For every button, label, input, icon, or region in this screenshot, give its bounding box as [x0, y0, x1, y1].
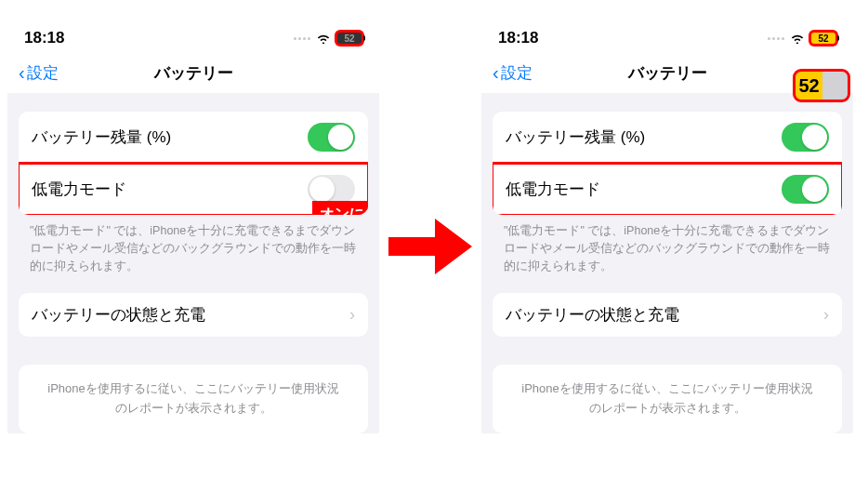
row-label: バッテリー残量 (%) [506, 126, 645, 148]
low-power-row[interactable]: 低電力モード [493, 164, 842, 215]
low-power-footer: "低電力モード" では、iPhoneを十分に充電できるまでダウンロードやメール受… [481, 215, 853, 274]
battery-enlarged: 52 [796, 72, 848, 100]
battery-health-row[interactable]: バッテリーの状態と充電 › [493, 293, 842, 337]
low-power-toggle[interactable] [782, 175, 829, 204]
back-label: 設定 [501, 62, 533, 84]
row-label: 低電力モード [32, 179, 126, 200]
battery-percent-row[interactable]: バッテリー残量 (%) [493, 112, 842, 164]
back-label: 設定 [27, 62, 59, 84]
arrow-icon [388, 214, 472, 279]
back-button[interactable]: ‹ 設定 [19, 62, 59, 84]
status-time: 18:18 [498, 29, 538, 47]
phone-after: 18:18 52 ‹ 設定 バッテリー 52 バッテ [481, 21, 853, 433]
settings-group-1: バッテリー残量 (%) 低電力モード オンに [19, 112, 368, 215]
chevron-left-icon: ‹ [19, 62, 25, 84]
chevron-left-icon: ‹ [493, 62, 499, 84]
chevron-right-icon: › [823, 305, 829, 325]
battery-enlarged-value: 52 [798, 75, 819, 97]
chevron-right-icon: › [349, 305, 355, 325]
row-label: 低電力モード [506, 179, 600, 200]
recording-dots [768, 37, 784, 40]
settings-group-2: バッテリーの状態と充電 › [19, 293, 368, 337]
status-icons: 52 [768, 31, 836, 47]
content: バッテリー残量 (%) 低電力モード オンに "低電力モード" では、iPhon… [7, 112, 379, 433]
battery-indicator: 52 [336, 32, 362, 45]
status-icons: 52 [294, 31, 362, 47]
status-bar: 18:18 52 [481, 21, 853, 59]
wifi-icon [790, 31, 805, 47]
battery-indicator: 52 [810, 32, 836, 45]
report-placeholder: iPhoneを使用するに従い、ここにバッテリー使用状況のレポートが表示されます。 [19, 365, 368, 433]
status-time: 18:18 [24, 29, 64, 47]
status-bar: 18:18 52 [7, 21, 379, 59]
battery-percent-row[interactable]: バッテリー残量 (%) [19, 112, 368, 164]
settings-group-1: バッテリー残量 (%) 低電力モード [493, 112, 842, 215]
low-power-footer: "低電力モード" では、iPhoneを十分に充電できるまでダウンロードやメール受… [7, 215, 379, 274]
recording-dots [294, 37, 310, 40]
row-label: バッテリー残量 (%) [32, 126, 171, 148]
phone-before: 18:18 52 ‹ 設定 バッテリー バッテリー残量 (%) [7, 21, 379, 433]
row-label: バッテリーの状態と充電 [506, 304, 679, 326]
back-button[interactable]: ‹ 設定 [493, 62, 533, 84]
battery-percent-toggle[interactable] [308, 123, 355, 152]
wifi-icon [316, 31, 331, 47]
low-power-row[interactable]: 低電力モード オンに [19, 164, 368, 215]
battery-health-row[interactable]: バッテリーの状態と充電 › [19, 293, 368, 337]
battery-enlarged-fill: 52 [796, 72, 822, 100]
row-label: バッテリーの状態と充電 [32, 304, 205, 326]
content: バッテリー残量 (%) 低電力モード "低電力モード" では、iPhoneを十分… [481, 112, 853, 433]
settings-group-2: バッテリーの状態と充電 › [493, 293, 842, 337]
nav-bar: ‹ 設定 バッテリー [7, 59, 379, 93]
callout-label: オンに [312, 201, 368, 215]
low-power-toggle[interactable] [308, 175, 355, 204]
page-title: バッテリー [7, 62, 379, 84]
battery-percent-toggle[interactable] [782, 123, 829, 152]
report-placeholder: iPhoneを使用するに従い、ここにバッテリー使用状況のレポートが表示されます。 [493, 365, 842, 433]
